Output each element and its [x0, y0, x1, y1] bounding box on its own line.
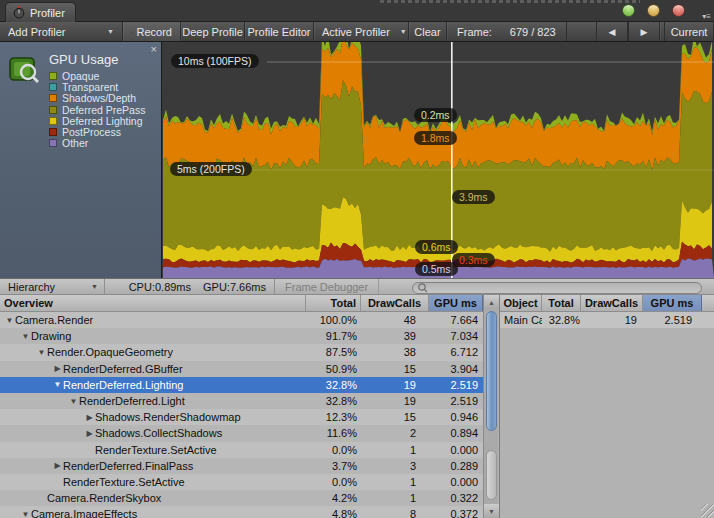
row-gpums: 0.322 — [429, 492, 483, 504]
row-total: 32.8% — [306, 395, 361, 407]
table-row[interactable]: ▼Drawing91.7%397.034 — [0, 328, 483, 344]
traffic-light-yellow[interactable] — [647, 4, 660, 17]
next-frame-button[interactable]: ▶ — [628, 22, 660, 41]
tab-profiler[interactable]: Profiler — [5, 2, 76, 22]
table-row[interactable]: RenderTexture.SetActive0.0%10.000 — [0, 442, 483, 458]
row-gpums: 2.519 — [429, 379, 483, 391]
panel-menu-icon[interactable]: ▾≡ — [702, 12, 711, 21]
table-row[interactable]: ▼Camera.Render100.0%487.664 — [0, 312, 483, 328]
column-header-overview[interactable]: Overview — [0, 295, 306, 311]
vertical-scrollbar[interactable]: ▲ ▼ — [483, 295, 498, 518]
scrollbar-thumb[interactable] — [486, 311, 497, 431]
close-icon[interactable]: × — [151, 44, 157, 55]
deep-profile-button[interactable]: Deep Profile — [181, 22, 245, 41]
frame-value: 679 / 823 — [510, 26, 556, 38]
legend-label: Deferred PrePass — [62, 104, 145, 116]
expand-down-icon[interactable]: ▼ — [52, 380, 63, 389]
search-field[interactable] — [412, 282, 702, 294]
object-table-header: ObjectTotalDrawCallsGPU ms — [500, 295, 714, 312]
row-gpums: 0.894 — [429, 427, 483, 439]
row-name: RenderTexture.SetActive — [63, 476, 185, 488]
column-header-total[interactable]: Total — [306, 295, 361, 311]
expand-right-icon[interactable]: ▶ — [84, 413, 95, 422]
hierarchy-table-body: ▼Camera.Render100.0%487.664▼Drawing91.7%… — [0, 312, 483, 518]
legend-item[interactable]: Shadows/Depth — [49, 93, 145, 104]
legend-color-swatch[interactable] — [49, 106, 57, 114]
detail-gpums: 2.519 — [643, 314, 702, 326]
profile-editor-button[interactable]: Profile Editor — [245, 22, 314, 41]
table-row[interactable]: RenderTexture.SetActive0.0%10.000 — [0, 474, 483, 490]
legend-item[interactable]: Deferred PrePass — [49, 104, 145, 115]
table-row[interactable]: ▶Shadows.RenderShadowmap12.3%150.946 — [0, 409, 483, 425]
next-frame-icon: ▶ — [641, 27, 648, 37]
table-row[interactable]: ▼Render.OpaqueGeometry87.5%386.712 — [0, 344, 483, 360]
legend-item[interactable]: PostProcess — [49, 126, 145, 137]
traffic-light-red[interactable] — [672, 4, 685, 17]
legend-item[interactable]: Opaque — [49, 70, 145, 81]
row-gpums: 0.372 — [429, 508, 483, 518]
search-input[interactable] — [429, 283, 701, 293]
row-total: 50.9% — [306, 363, 361, 375]
prev-frame-icon: ◀ — [609, 27, 616, 37]
legend-item[interactable]: Other — [49, 138, 145, 149]
row-name: RenderDeferred.FinalPass — [63, 460, 193, 472]
table-row[interactable]: ▼RenderDeferred.Light32.8%192.519 — [0, 393, 483, 409]
column-header-gpu-ms[interactable]: GPU ms — [429, 295, 483, 311]
detail-column-header-object[interactable]: Object — [500, 295, 542, 311]
expand-down-icon[interactable]: ▼ — [36, 348, 47, 357]
legend-label: PostProcess — [62, 126, 121, 138]
window-titlebar: Profiler ▾≡ — [0, 0, 714, 22]
expand-down-icon[interactable]: ▼ — [20, 510, 31, 518]
row-total: 87.5% — [306, 346, 361, 358]
table-row[interactable]: ▶Shadows.CollectShadows11.6%20.894 — [0, 425, 483, 441]
scroll-up-button[interactable]: ▲ — [484, 295, 499, 309]
legend-color-swatch[interactable] — [49, 139, 57, 147]
table-row[interactable]: ▼Camera.ImageEffects4.8%80.372 — [0, 506, 483, 518]
table-row[interactable]: ▶RenderDeferred.FinalPass3.7%30.289 — [0, 458, 483, 474]
prev-frame-button[interactable]: ◀ — [596, 22, 628, 41]
row-drawcalls: 38 — [361, 346, 429, 358]
expand-down-icon[interactable]: ▼ — [4, 316, 15, 325]
record-button[interactable]: Record — [123, 22, 181, 41]
expand-right-icon[interactable]: ▶ — [84, 429, 95, 438]
legend-color-swatch[interactable] — [49, 128, 57, 136]
legend-label: Shadows/Depth — [62, 92, 136, 104]
frame-label: Frame: — [457, 26, 492, 38]
hierarchy-dropdown[interactable]: Hierarchy ▼ — [0, 279, 105, 294]
detail-column-header-drawcalls[interactable]: DrawCalls — [581, 295, 643, 311]
expand-right-icon[interactable]: ▶ — [52, 461, 63, 470]
resize-grip[interactable] — [701, 504, 714, 517]
active-profiler-dropdown[interactable]: Active Profiler ▼ — [314, 22, 409, 41]
traffic-light-green[interactable] — [622, 4, 635, 17]
scroll-down-button[interactable]: ▼ — [484, 504, 499, 518]
table-row[interactable]: ▼RenderDeferred.Lighting32.8%192.519 — [0, 377, 483, 393]
frame-value-pill: 0.2ms — [414, 108, 457, 122]
expand-down-icon[interactable]: ▼ — [68, 397, 79, 406]
legend-color-swatch[interactable] — [49, 72, 57, 80]
table-row[interactable]: Camera.RenderSkybox4.2%10.322 — [0, 490, 483, 506]
legend-label: Transparent — [62, 81, 118, 93]
legend-item[interactable]: Transparent — [49, 81, 145, 92]
detail-column-header-total[interactable]: Total — [542, 295, 581, 311]
legend-color-swatch[interactable] — [49, 83, 57, 91]
frame-debugger-button[interactable]: Frame Debugger — [275, 279, 379, 294]
detail-row[interactable]: Main Ca32.8%192.519 — [500, 312, 714, 328]
clear-button[interactable]: Clear — [409, 22, 447, 41]
legend-color-swatch[interactable] — [49, 117, 57, 125]
row-total: 91.7% — [306, 330, 361, 342]
expand-right-icon[interactable]: ▶ — [52, 364, 63, 373]
legend-color-swatch[interactable] — [49, 94, 57, 102]
table-row[interactable]: ▶RenderDeferred.GBuffer50.9%153.904 — [0, 361, 483, 377]
add-profiler-dropdown[interactable]: Add Profiler ▼ — [0, 22, 123, 41]
current-frame-button[interactable]: Current — [664, 22, 714, 41]
gpu-usage-chart[interactable]: 10ms (100FPS)5ms (200FPS)0.2ms1.8ms3.9ms… — [163, 42, 714, 278]
column-header-drawcalls[interactable]: DrawCalls — [361, 295, 429, 311]
legend-label: Opaque — [62, 70, 99, 82]
detail-column-header-gpu-ms[interactable]: GPU ms — [643, 295, 702, 311]
active-profiler-label: Active Profiler — [322, 26, 390, 38]
expand-down-icon[interactable]: ▼ — [20, 332, 31, 341]
row-name: Shadows.CollectShadows — [95, 427, 222, 439]
add-profiler-label: Add Profiler — [8, 26, 65, 38]
row-drawcalls: 1 — [361, 444, 429, 456]
legend-item[interactable]: Deferred Lighting — [49, 115, 145, 126]
